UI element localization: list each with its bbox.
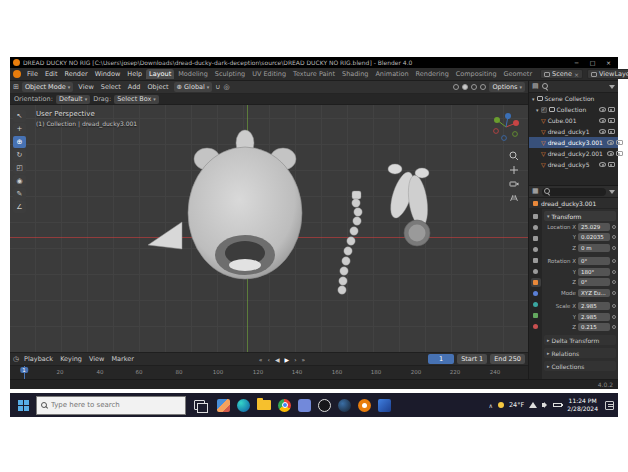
scene-unlink-icon[interactable]: × bbox=[574, 71, 579, 78]
zoom-icon[interactable] bbox=[509, 151, 519, 161]
proportional-edit-icon[interactable]: ◎ bbox=[223, 84, 229, 91]
outliner-row-ducky1[interactable]: ▽ dread_ducky1 bbox=[529, 126, 618, 137]
start-button[interactable] bbox=[10, 393, 36, 417]
chrome-app-icon[interactable] bbox=[278, 399, 291, 412]
scene-tab-icon[interactable] bbox=[531, 256, 541, 265]
menu-render[interactable]: Render bbox=[61, 70, 90, 78]
collection-checkbox[interactable]: ✓ bbox=[541, 107, 547, 113]
battery-icon[interactable] bbox=[553, 403, 562, 408]
material-tab-icon[interactable] bbox=[531, 322, 541, 331]
notification-center-icon[interactable] bbox=[605, 401, 614, 410]
viewport-menu-object[interactable]: Object bbox=[145, 83, 170, 91]
workspace-tab-shading[interactable]: Shading bbox=[339, 69, 371, 79]
workspace-tab-modeling[interactable]: Modeling bbox=[175, 69, 211, 79]
current-frame-field[interactable]: 1 bbox=[428, 354, 454, 364]
search-icon[interactable] bbox=[542, 83, 549, 90]
expand-icon[interactable]: ▾ bbox=[532, 96, 535, 102]
animate-dot-icon[interactable] bbox=[612, 246, 616, 250]
rotation-z-field[interactable]: 0° bbox=[578, 278, 610, 286]
world-tab-icon[interactable] bbox=[531, 267, 541, 276]
render-visibility-icon[interactable] bbox=[608, 118, 615, 123]
jump-to-end-button[interactable]: » bbox=[301, 356, 307, 363]
viewlayer-selector[interactable]: ViewLayer × bbox=[587, 69, 628, 79]
play-reverse-button[interactable]: ◀ bbox=[274, 356, 281, 363]
scale-tool[interactable]: ◰ bbox=[13, 162, 26, 174]
move-tool[interactable]: ⊕ bbox=[13, 136, 26, 148]
timeline-menu-marker[interactable]: Marker bbox=[109, 355, 135, 363]
jump-to-start-button[interactable]: « bbox=[258, 356, 264, 363]
menu-file[interactable]: File bbox=[24, 70, 41, 78]
animate-dot-icon[interactable] bbox=[612, 291, 616, 295]
annotate-tool[interactable]: ✎ bbox=[13, 188, 26, 200]
workspace-tab-sculpting[interactable]: Sculpting bbox=[212, 69, 248, 79]
menu-edit[interactable]: Edit bbox=[42, 70, 61, 78]
blender-menu-icon[interactable] bbox=[13, 70, 21, 78]
location-z-field[interactable]: 0 m bbox=[578, 244, 610, 252]
animate-dot-icon[interactable] bbox=[612, 235, 616, 239]
timeline-menu-playback[interactable]: Playback bbox=[22, 355, 55, 363]
hide-eye-icon[interactable] bbox=[599, 107, 606, 112]
wifi-icon[interactable] bbox=[529, 402, 537, 408]
scale-z-field[interactable]: 0.215 bbox=[578, 323, 610, 331]
scale-x-field[interactable]: 2.985 bbox=[578, 302, 610, 310]
select-box-tool[interactable]: ↖ bbox=[13, 110, 26, 122]
camera-view-icon[interactable] bbox=[509, 179, 519, 189]
animate-dot-icon[interactable] bbox=[612, 304, 616, 308]
pan-hand-icon[interactable] bbox=[509, 165, 519, 175]
rotation-x-field[interactable]: 0° bbox=[578, 257, 610, 265]
news-app-icon[interactable] bbox=[217, 399, 230, 412]
viewport-menu-select[interactable]: Select bbox=[99, 83, 123, 91]
physics-tab-icon[interactable] bbox=[531, 300, 541, 309]
render-visibility-icon[interactable] bbox=[616, 140, 623, 145]
taskbar-clock[interactable]: 11:24 PM 2/28/2024 bbox=[567, 397, 598, 413]
properties-search[interactable] bbox=[542, 188, 606, 196]
shading-material-icon[interactable] bbox=[471, 84, 477, 90]
discord-app-icon[interactable] bbox=[298, 399, 311, 412]
hide-eye-icon[interactable] bbox=[599, 118, 606, 123]
render-tab-icon[interactable] bbox=[531, 223, 541, 232]
file-explorer-icon[interactable] bbox=[257, 400, 271, 410]
animate-dot-icon[interactable] bbox=[612, 280, 616, 284]
blender-app-icon[interactable] bbox=[358, 399, 371, 412]
workspace-tab-rendering[interactable]: Rendering bbox=[413, 69, 452, 79]
animate-dot-icon[interactable] bbox=[612, 225, 616, 229]
render-visibility-icon[interactable] bbox=[608, 162, 615, 167]
properties-editor-icon[interactable]: ▦ bbox=[532, 188, 539, 195]
cursor-tool[interactable]: + bbox=[13, 123, 26, 135]
collections-section[interactable]: ▸ Collections bbox=[544, 361, 616, 371]
viewport-3d[interactable]: User Perspective (1) Collection | dread_… bbox=[10, 105, 528, 352]
search-input[interactable] bbox=[51, 401, 161, 409]
timeline-strip[interactable]: 20 40 60 80 100 120 140 160 180 200 220 … bbox=[10, 365, 528, 379]
hide-eye-icon[interactable] bbox=[599, 129, 606, 134]
workspace-tab-compositing[interactable]: Compositing bbox=[453, 69, 500, 79]
shading-solid-icon[interactable] bbox=[462, 84, 468, 90]
menu-window[interactable]: Window bbox=[92, 70, 124, 78]
hide-eye-icon[interactable] bbox=[607, 140, 614, 145]
end-frame-field[interactable]: End 250 bbox=[490, 354, 525, 364]
close-button[interactable]: × bbox=[602, 59, 615, 66]
outliner-row-scene-collection[interactable]: ▾ Scene Collection bbox=[529, 93, 618, 104]
temperature-label[interactable]: 24°F bbox=[509, 401, 524, 409]
outliner-row-cube[interactable]: ▽ Cube.001 bbox=[529, 115, 618, 126]
duck-legs-object[interactable] bbox=[386, 164, 431, 246]
output-tab-icon[interactable] bbox=[531, 234, 541, 243]
play-button[interactable]: ▶ bbox=[284, 356, 291, 363]
transform-section-header[interactable]: ▾ Transform bbox=[544, 211, 616, 221]
location-x-field[interactable]: 25.029 bbox=[578, 223, 610, 231]
start-frame-field[interactable]: Start 1 bbox=[457, 354, 487, 364]
next-keyframe-button[interactable]: › bbox=[293, 356, 297, 363]
transform-tool[interactable]: ◉ bbox=[13, 175, 26, 187]
maximize-button[interactable]: □ bbox=[586, 59, 599, 66]
hide-eye-icon[interactable] bbox=[607, 151, 614, 156]
tool-tab-icon[interactable] bbox=[531, 212, 541, 221]
cone-object[interactable] bbox=[148, 222, 182, 249]
volume-icon[interactable] bbox=[542, 403, 545, 407]
render-visibility-icon[interactable] bbox=[608, 129, 615, 134]
snap-magnet-icon[interactable]: ∪ bbox=[215, 84, 220, 91]
outliner-row-collection[interactable]: ▾ ✓ Collection bbox=[529, 104, 618, 115]
shading-wireframe-icon[interactable] bbox=[453, 84, 459, 90]
outliner-row-ducky2[interactable]: ▽ dread_ducky2.001 bbox=[529, 148, 618, 159]
rotate-tool[interactable]: ↻ bbox=[13, 149, 26, 161]
outliner-row-ducky3-active[interactable]: ▽ dread_ducky3.001 bbox=[529, 137, 618, 148]
rotation-mode-select[interactable]: XYZ Eu... bbox=[578, 289, 610, 297]
